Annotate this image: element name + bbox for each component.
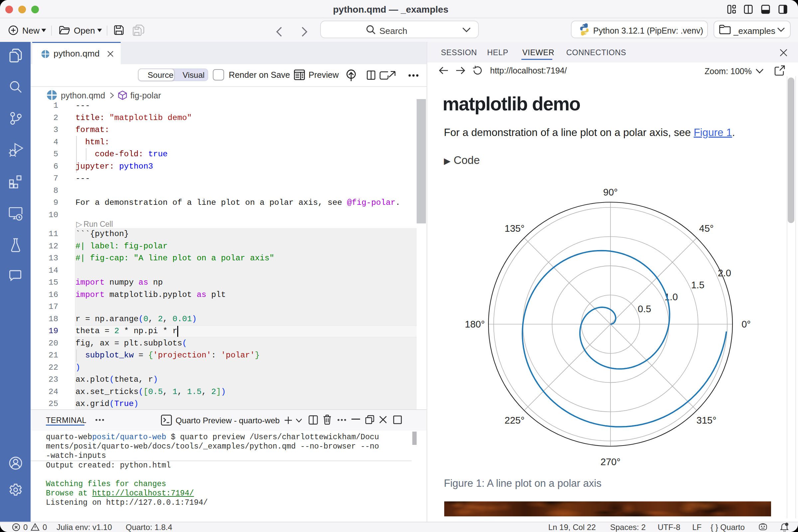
svg-text:90°: 90° bbox=[603, 187, 618, 197]
svg-text:1.5: 1.5 bbox=[691, 280, 704, 290]
svg-text:0.5: 0.5 bbox=[638, 304, 651, 314]
svg-text:180°: 180° bbox=[465, 319, 485, 329]
svg-text:135°: 135° bbox=[505, 223, 525, 234]
svg-text:225°: 225° bbox=[505, 415, 525, 425]
svg-text:2.0: 2.0 bbox=[718, 268, 731, 278]
svg-text:270°: 270° bbox=[601, 457, 621, 467]
svg-text:315°: 315° bbox=[697, 415, 717, 425]
svg-text:0°: 0° bbox=[741, 319, 751, 329]
svg-text:45°: 45° bbox=[699, 223, 714, 234]
